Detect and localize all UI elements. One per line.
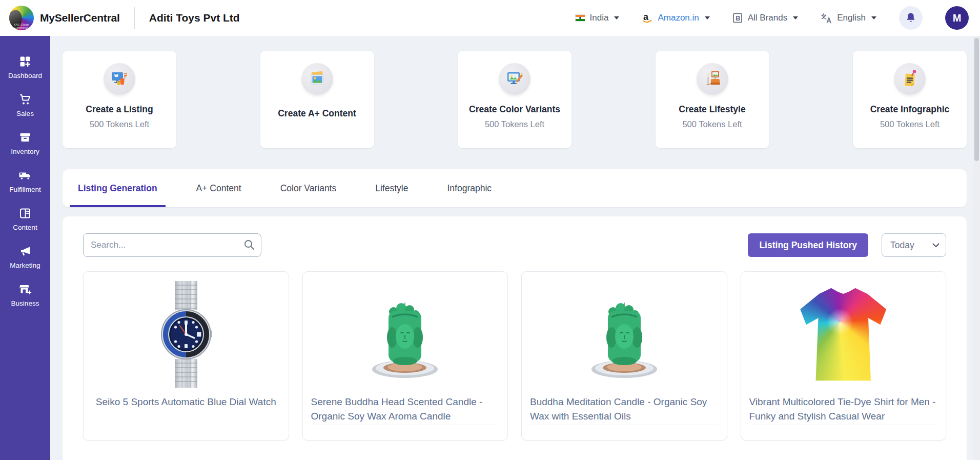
sidebar-item-inventory[interactable]: Inventory bbox=[0, 131, 50, 155]
action-card-label: Create A+ Content bbox=[278, 108, 356, 119]
page-scrollbar[interactable] bbox=[973, 36, 980, 460]
sidebar-label: Marketing bbox=[10, 262, 40, 269]
marketplace-selector[interactable]: a Amazon.in bbox=[642, 12, 709, 24]
brand-name: MySellerCentral bbox=[40, 12, 120, 24]
action-card-label: Create a Listing bbox=[86, 104, 153, 115]
storefront-icon bbox=[18, 283, 32, 295]
country-selector[interactable]: India bbox=[575, 13, 620, 23]
product-card[interactable]: Buddha Meditation Candle - Organic Soy W… bbox=[521, 271, 727, 441]
action-card-label: Create Infographic bbox=[870, 104, 950, 115]
create-lifestyle-card[interactable]: Create Lifestyle 500 Tokens Left bbox=[656, 51, 769, 148]
chevron-down-icon bbox=[614, 16, 619, 19]
product-image-buddha-candle bbox=[311, 280, 500, 389]
action-card-tokens: 500 Tokens Left bbox=[880, 119, 940, 129]
action-card-tokens: 500 Tokens Left bbox=[682, 119, 742, 129]
language-label: English bbox=[837, 13, 866, 23]
chevron-down-icon bbox=[793, 16, 798, 19]
amazon-icon: a bbox=[642, 12, 653, 24]
company-logo-icon: KAG Global Commerce bbox=[9, 6, 34, 30]
search-box bbox=[83, 233, 261, 257]
product-title: Seiko 5 Sports Automatic Blue Dial Watch bbox=[92, 395, 280, 409]
create-aplus-card[interactable]: Create A+ Content bbox=[260, 51, 374, 148]
product-image-buddha-candle bbox=[530, 280, 719, 389]
bell-icon bbox=[905, 12, 917, 24]
create-lifestyle-icon bbox=[697, 63, 728, 95]
search-icon bbox=[243, 239, 255, 251]
create-listing-card[interactable]: Create a Listing 500 Tokens Left bbox=[63, 51, 176, 148]
sidebar-item-business[interactable]: Business bbox=[0, 283, 50, 307]
product-card[interactable]: Serene Buddha Head Scented Candle - Orga… bbox=[302, 271, 508, 441]
megaphone-icon bbox=[19, 245, 31, 257]
product-card[interactable]: Vibrant Multicolored Tie-Dye Shirt for M… bbox=[741, 271, 947, 441]
product-image-watch bbox=[92, 280, 280, 389]
sidebar-label: Dashboard bbox=[8, 72, 42, 79]
tab-infographic[interactable]: Infographic bbox=[439, 169, 500, 207]
top-header: KAG Global Commerce MySellerCentral Adit… bbox=[0, 0, 980, 36]
translate-icon bbox=[821, 13, 832, 24]
product-title: Vibrant Multicolored Tie-Dye Shirt for M… bbox=[749, 395, 938, 424]
action-card-tokens: 500 Tokens Left bbox=[485, 119, 544, 129]
chevron-down-icon bbox=[871, 16, 876, 19]
tab-lifestyle[interactable]: Lifestyle bbox=[367, 169, 416, 207]
user-avatar[interactable]: M bbox=[945, 6, 969, 30]
india-flag-icon bbox=[575, 14, 585, 22]
sidebar-item-dashboard[interactable]: Dashboard bbox=[0, 55, 50, 79]
search-input[interactable] bbox=[83, 233, 261, 257]
tab-aplus-content[interactable]: A+ Content bbox=[188, 169, 250, 207]
sidebar-nav: Dashboard Sales Inventory Fulfillment bbox=[0, 36, 50, 460]
product-grid: Seiko 5 Sports Automatic Blue Dial Watch bbox=[83, 271, 946, 441]
sidebar-item-marketing[interactable]: Marketing bbox=[0, 245, 50, 269]
chevron-down-icon bbox=[705, 16, 710, 19]
create-infographic-icon bbox=[894, 63, 926, 95]
create-listing-icon bbox=[104, 63, 135, 95]
date-filter-value: Today bbox=[890, 240, 914, 251]
card-divider bbox=[749, 425, 938, 425]
action-card-tokens: 500 Tokens Left bbox=[90, 119, 149, 129]
brands-label: All Brands bbox=[748, 13, 787, 23]
logo-caption: KAG Global Commerce bbox=[9, 23, 34, 29]
create-color-variants-card[interactable]: Create Color Variants 500 Tokens Left bbox=[458, 51, 571, 148]
tab-listing-generation[interactable]: Listing Generation bbox=[70, 169, 166, 207]
notifications-button[interactable] bbox=[899, 6, 923, 30]
product-card[interactable]: Seiko 5 Sports Automatic Blue Dial Watch bbox=[83, 271, 289, 441]
company-name: Aditi Toys Pvt Ltd bbox=[149, 12, 240, 24]
country-label: India bbox=[590, 13, 609, 23]
sidebar-item-fulfillment[interactable]: Fulfillment bbox=[0, 169, 50, 193]
card-divider bbox=[311, 425, 500, 425]
product-image-tiedye-shirt bbox=[749, 280, 938, 389]
sidebar-label: Sales bbox=[16, 110, 34, 117]
card-divider bbox=[530, 425, 719, 425]
brands-selector[interactable]: B All Brands bbox=[732, 12, 798, 24]
marketplace-label: Amazon.in bbox=[658, 13, 699, 23]
sidebar-item-content[interactable]: Content bbox=[0, 207, 50, 231]
create-infographic-card[interactable]: Create Infographic 500 Tokens Left bbox=[853, 51, 967, 148]
brand-block[interactable]: KAG Global Commerce MySellerCentral Adit… bbox=[9, 6, 240, 30]
truck-icon bbox=[18, 169, 32, 182]
brands-icon: B bbox=[732, 12, 743, 24]
action-card-label: Create Color Variants bbox=[469, 104, 560, 115]
sidebar-label: Content bbox=[13, 224, 37, 231]
language-selector[interactable]: English bbox=[821, 13, 876, 24]
date-filter-select[interactable]: Today bbox=[882, 233, 946, 257]
scrollbar-thumb[interactable] bbox=[974, 38, 979, 161]
brand-divider bbox=[134, 7, 135, 29]
svg-text:a: a bbox=[643, 12, 649, 22]
cart-icon bbox=[19, 93, 31, 106]
main-content: Content Generation bbox=[50, 0, 980, 460]
listing-pushed-history-button[interactable]: Listing Pushed History bbox=[748, 233, 868, 257]
sidebar-label: Fulfillment bbox=[9, 186, 41, 193]
product-title: Serene Buddha Head Scented Candle - Orga… bbox=[311, 395, 500, 424]
dashboard-icon bbox=[19, 55, 31, 68]
product-title: Buddha Meditation Candle - Organic Soy W… bbox=[530, 395, 719, 424]
tab-color-variants[interactable]: Color Variants bbox=[272, 169, 345, 207]
archive-box-icon bbox=[19, 131, 31, 144]
action-card-label: Create Lifestyle bbox=[679, 104, 745, 115]
sidebar-label: Inventory bbox=[11, 148, 39, 155]
sidebar-label: Business bbox=[11, 299, 39, 307]
svg-text:B: B bbox=[736, 15, 740, 22]
chevron-down-icon bbox=[932, 243, 940, 248]
layout-icon bbox=[19, 207, 31, 219]
sidebar-item-sales[interactable]: Sales bbox=[0, 93, 50, 117]
content-tabs: Listing Generation A+ Content Color Vari… bbox=[63, 169, 967, 207]
create-aplus-icon bbox=[301, 63, 333, 95]
